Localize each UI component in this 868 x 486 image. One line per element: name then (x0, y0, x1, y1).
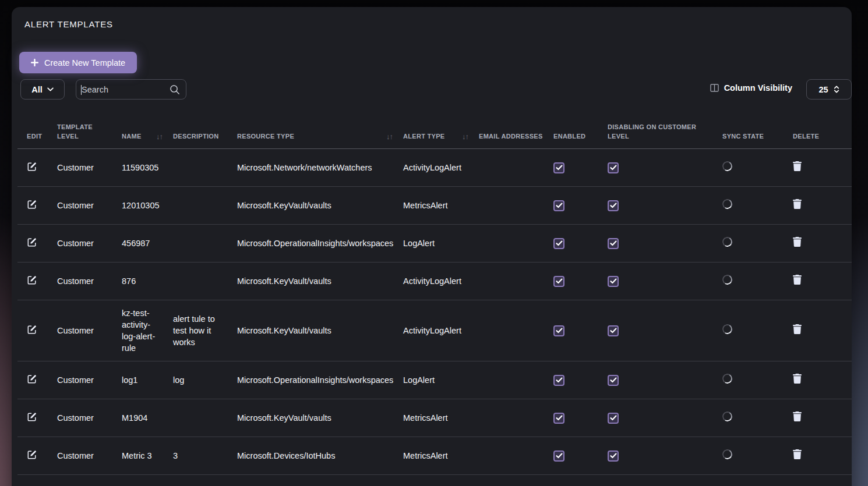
disabling-on-customer-level-checkbox[interactable] (608, 162, 619, 173)
delete-button[interactable] (793, 199, 802, 209)
filter-dropdown[interactable]: All (20, 79, 65, 100)
delete-button[interactable] (793, 324, 802, 334)
edit-button[interactable] (27, 275, 37, 285)
enabled-checkbox[interactable] (553, 238, 564, 249)
template-level-cell: Customer (57, 262, 122, 300)
table-row: Customer876Microsoft.KeyVault/vaultsActi… (17, 262, 852, 300)
edit-button[interactable] (27, 411, 37, 422)
plus-icon (31, 59, 38, 66)
column-header-name[interactable]: NAME↓↑ (122, 122, 173, 149)
name-cell: 876 (122, 262, 173, 300)
column-visibility-button[interactable]: Column Visibility (710, 83, 792, 93)
sort-icon[interactable]: ↓↑ (386, 133, 393, 141)
column-header-description: DESCRIPTION (173, 122, 237, 149)
resource-type-cell: Microsoft.KeyVault/vaults (237, 300, 403, 361)
delete-button[interactable] (793, 411, 802, 421)
column-header-resource-type[interactable]: RESOURCE TYPE↓↑ (237, 122, 403, 149)
template-level-cell: Customer (57, 187, 122, 225)
edit-button[interactable] (27, 324, 37, 335)
column-label: ALERT TYPE (403, 132, 444, 141)
pen-square-icon (27, 449, 37, 460)
template-level-cell: Customer (57, 225, 122, 262)
alert-type-cell: ActivityLogAlert (403, 300, 479, 361)
description-cell: log (173, 361, 237, 399)
column-header-alert-type[interactable]: ALERT TYPE↓↑ (403, 122, 479, 149)
edit-button[interactable] (27, 449, 37, 460)
email-addresses-cell (479, 187, 553, 225)
delete-button[interactable] (793, 275, 802, 285)
email-addresses-cell (479, 437, 553, 475)
enabled-checkbox[interactable] (553, 375, 564, 386)
trash-icon (793, 161, 802, 171)
sort-icon[interactable]: ↓↑ (156, 133, 163, 141)
search-input[interactable] (76, 85, 170, 94)
trash-icon (793, 237, 802, 247)
sync-state-spinner-icon (721, 198, 733, 210)
column-header-delete: DELETE (793, 122, 852, 149)
table-row: Customer456987Microsoft.OperationalInsig… (17, 225, 852, 262)
pen-square-icon (27, 161, 37, 172)
template-level-cell: Customer (57, 300, 122, 361)
resource-type-cell: Microsoft.Network/networkWatchers (237, 149, 403, 187)
name-cell: Metric 3 (122, 437, 173, 475)
edit-button[interactable] (27, 237, 37, 247)
email-addresses-cell (479, 300, 553, 361)
description-cell (173, 399, 237, 437)
delete-button[interactable] (793, 161, 802, 171)
delete-button[interactable] (793, 449, 802, 459)
disabling-on-customer-level-checkbox[interactable] (608, 375, 619, 386)
column-label: SYNC STATE (722, 133, 764, 140)
resource-type-cell: Microsoft.KeyVault/vaults (237, 262, 403, 300)
trash-icon (793, 324, 802, 334)
alert-type-cell: LogAlert (403, 361, 479, 399)
description-cell (173, 149, 237, 187)
column-visibility-label: Column Visibility (724, 83, 792, 93)
disabling-on-customer-level-checkbox[interactable] (608, 325, 619, 336)
enabled-checkbox[interactable] (553, 200, 564, 211)
resource-type-cell: Microsoft.OperationalInsights/workspaces (237, 225, 403, 262)
page-size-select[interactable]: 25 (806, 79, 852, 100)
alert-type-cell: MetricsAlert (403, 437, 479, 475)
delete-button[interactable] (793, 237, 802, 247)
description-cell (173, 187, 237, 225)
column-label: TEMPLATE LEVEL (57, 123, 93, 140)
description-cell (173, 225, 237, 262)
disabling-on-customer-level-checkbox[interactable] (608, 413, 619, 424)
enabled-checkbox[interactable] (553, 276, 564, 287)
table-header-row: EDITTEMPLATE LEVELNAME↓↑DESCRIPTIONRESOU… (17, 122, 852, 149)
email-addresses-cell (479, 262, 553, 300)
disabling-on-customer-level-checkbox[interactable] (608, 238, 619, 249)
pen-square-icon (27, 275, 37, 285)
column-label: NAME (122, 132, 142, 141)
sort-icon[interactable]: ↓↑ (462, 133, 468, 141)
trash-icon (793, 275, 802, 285)
edit-button[interactable] (27, 161, 37, 172)
trash-icon (793, 449, 802, 459)
column-header-email-addresses: EMAIL ADDRESSES (479, 122, 553, 149)
enabled-checkbox[interactable] (553, 450, 564, 462)
disabling-on-customer-level-checkbox[interactable] (608, 200, 619, 211)
name-cell: log1 (122, 361, 173, 399)
enabled-checkbox[interactable] (553, 413, 564, 424)
enabled-checkbox[interactable] (553, 325, 564, 336)
column-label: RESOURCE TYPE (237, 132, 294, 141)
up-down-chevrons-icon (834, 85, 839, 94)
page-size-value: 25 (818, 85, 828, 94)
create-new-template-button[interactable]: Create New Template (19, 52, 137, 73)
trash-icon (793, 411, 802, 421)
edit-button[interactable] (27, 374, 37, 384)
edit-button[interactable] (27, 199, 37, 210)
delete-button[interactable] (793, 374, 802, 384)
alert-type-cell: ActivityLogAlert (403, 149, 479, 187)
alert-type-cell: LogAlert (403, 225, 479, 262)
disabling-on-customer-level-checkbox[interactable] (608, 450, 619, 462)
column-header-sync-state: SYNC STATE (722, 122, 793, 149)
disabling-on-customer-level-checkbox[interactable] (608, 276, 619, 287)
chevron-down-icon (47, 87, 54, 91)
email-addresses-cell (479, 361, 553, 399)
sync-state-spinner-icon (721, 448, 733, 460)
columns-icon (710, 84, 719, 92)
search-box (76, 79, 186, 100)
enabled-checkbox[interactable] (553, 162, 564, 173)
filter-value: All (31, 85, 43, 94)
